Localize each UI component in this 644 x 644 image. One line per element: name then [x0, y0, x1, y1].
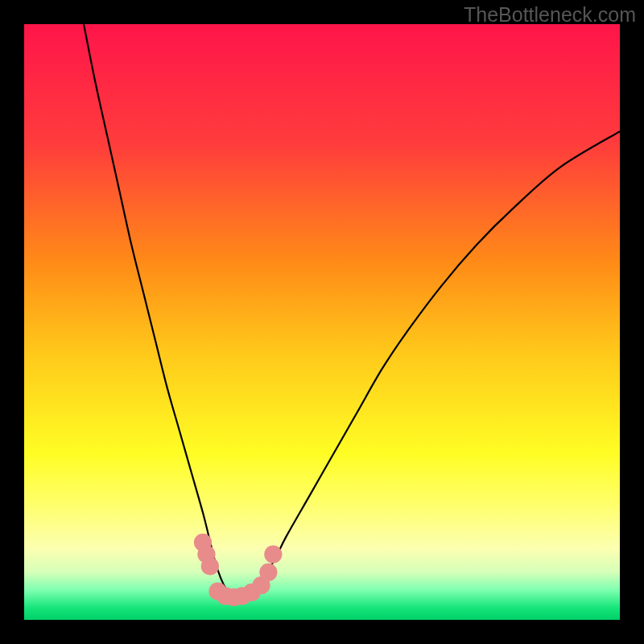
gradient-background: [24, 24, 620, 620]
chart-plot: [24, 24, 620, 620]
highlight-dot: [264, 546, 282, 564]
highlight-dot: [201, 557, 219, 575]
watermark-text: TheBottleneck.com: [464, 3, 636, 27]
chart-frame: TheBottleneck.com: [0, 0, 644, 644]
highlight-dot: [259, 564, 277, 581]
